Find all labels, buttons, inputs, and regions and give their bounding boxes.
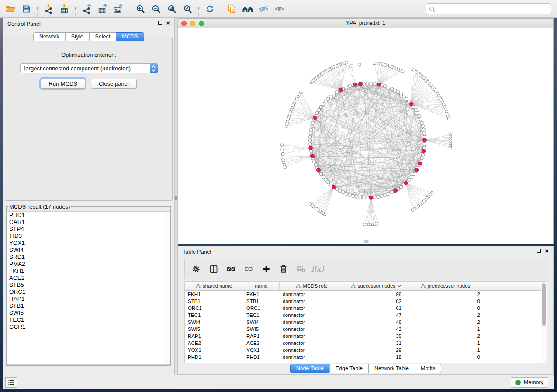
divider-handle-icon[interactable] <box>175 196 177 200</box>
network-node[interactable] <box>408 178 411 182</box>
import-network-button[interactable] <box>41 2 56 16</box>
mcds-result-item[interactable]: STB1 <box>7 303 170 309</box>
dominator-node[interactable] <box>369 196 373 199</box>
split-view-button[interactable] <box>208 264 219 274</box>
network-node[interactable] <box>322 175 325 179</box>
tab-motifs[interactable]: Motifs <box>415 364 441 373</box>
mcds-result-item[interactable]: RAP1 <box>7 296 170 303</box>
dominator-node[interactable] <box>418 162 422 165</box>
network-node[interactable] <box>366 82 369 85</box>
network-node[interactable] <box>363 223 366 226</box>
dominator-node[interactable] <box>313 116 317 120</box>
table-scrollbar[interactable] <box>541 282 547 363</box>
network-node[interactable] <box>411 209 414 212</box>
window-zoom-icon[interactable] <box>199 21 204 26</box>
mcds-list-scrollbar[interactable] <box>164 212 170 364</box>
tab-mcds[interactable]: MCDS <box>116 32 144 41</box>
network-node[interactable] <box>281 148 284 151</box>
network-node[interactable] <box>310 125 314 128</box>
table-row[interactable]: SWI5SWI5connector431 <box>185 326 547 333</box>
network-node[interactable] <box>345 192 348 196</box>
network-node[interactable] <box>362 196 366 199</box>
float-panel-icon[interactable] <box>158 21 162 25</box>
network-node[interactable] <box>369 82 373 85</box>
dominator-node[interactable] <box>311 154 315 158</box>
table-row[interactable]: ACE2ACE2connector311 <box>185 340 547 347</box>
network-node[interactable] <box>420 121 424 125</box>
tab-edge-table[interactable]: Edge Table <box>329 364 369 373</box>
network-node[interactable] <box>348 193 352 197</box>
dominator-node[interactable] <box>317 168 321 172</box>
tab-style[interactable]: Style <box>65 32 90 41</box>
network-node[interactable] <box>423 142 426 146</box>
network-node[interactable] <box>324 178 328 182</box>
mcds-result-list[interactable]: PHD1CAR1STP4TID3YOX1SWI4SRD1PMA2FKH1ACE2… <box>7 211 170 365</box>
criterion-select[interactable]: largest connected component (undirected) <box>20 63 158 73</box>
network-graph[interactable] <box>178 28 553 244</box>
close-panel-icon[interactable]: × <box>166 21 170 25</box>
show-all-button[interactable] <box>271 2 287 16</box>
float-panel-icon[interactable] <box>537 249 541 253</box>
network-node[interactable] <box>373 196 377 199</box>
run-mcds-button[interactable]: Run MCDS <box>41 79 85 89</box>
network-node[interactable] <box>447 117 450 120</box>
dominator-node[interactable] <box>353 83 357 86</box>
dominator-node[interactable] <box>377 83 381 86</box>
network-node[interactable] <box>419 118 422 121</box>
column-header-MCDS-role[interactable]: MCDS role <box>280 282 344 290</box>
network-node[interactable] <box>327 97 330 101</box>
dominator-node[interactable] <box>423 138 427 142</box>
mcds-result-item[interactable]: TEC1 <box>7 316 170 323</box>
network-node[interactable] <box>373 82 377 86</box>
table-row[interactable]: YOX1YOX1connector291 <box>185 347 547 354</box>
table-row[interactable]: RAP1RAP1dominator352 <box>185 333 547 340</box>
network-node[interactable] <box>319 172 323 176</box>
network-node[interactable] <box>355 195 359 199</box>
network-node[interactable] <box>329 95 333 98</box>
tab-node-table[interactable]: Node Table <box>290 364 330 373</box>
network-node[interactable] <box>359 196 362 199</box>
network-node[interactable] <box>422 146 426 150</box>
table-row[interactable]: SWI4SWI4dominator462 <box>185 319 547 326</box>
table-row[interactable]: FKH1FKH1dominator962 <box>185 291 547 298</box>
delete-column-button[interactable] <box>278 264 289 274</box>
mcds-result-item[interactable]: ACE2 <box>7 275 170 282</box>
tab-network-table[interactable]: Network Table <box>368 364 415 373</box>
network-node[interactable] <box>352 194 355 198</box>
dominator-node[interactable] <box>409 102 413 106</box>
mcds-result-item[interactable]: SWI5 <box>7 309 170 316</box>
task-history-button[interactable] <box>5 377 17 388</box>
mcds-result-item[interactable]: ORC1 <box>7 289 170 296</box>
close-panel-icon[interactable]: × <box>545 249 549 253</box>
network-node[interactable] <box>405 97 408 101</box>
window-minimize-icon[interactable] <box>190 21 195 26</box>
network-node[interactable] <box>311 121 315 125</box>
mcds-result-item[interactable]: STB5 <box>7 282 170 289</box>
canvas-hscroll-thumb[interactable] <box>364 240 369 243</box>
network-node[interactable] <box>399 93 403 96</box>
network-node[interactable] <box>310 150 313 153</box>
network-node[interactable] <box>318 108 321 112</box>
network-node[interactable] <box>332 93 336 96</box>
tab-network[interactable]: Network <box>33 32 66 41</box>
close-panel-button[interactable]: Close panel <box>91 79 137 89</box>
mcds-result-item[interactable]: GCR1 <box>7 323 170 330</box>
dominator-node[interactable] <box>404 181 408 185</box>
mcds-result-item[interactable]: SWI4 <box>7 247 170 254</box>
network-node[interactable] <box>314 163 318 167</box>
network-node[interactable] <box>310 128 313 132</box>
function-builder-button[interactable]: f(x) <box>313 264 324 274</box>
network-node[interactable] <box>421 153 425 157</box>
network-node[interactable] <box>341 191 345 194</box>
mcds-result-item[interactable]: CAR1 <box>7 219 170 226</box>
network-node[interactable] <box>418 114 421 118</box>
refresh-button[interactable] <box>202 2 218 16</box>
export-network-button[interactable] <box>79 2 94 16</box>
network-node[interactable] <box>350 64 353 67</box>
network-node[interactable] <box>377 195 380 199</box>
network-node[interactable] <box>324 100 328 103</box>
network-node[interactable] <box>358 63 361 66</box>
network-node[interactable] <box>393 89 397 92</box>
export-image-button[interactable] <box>110 2 126 16</box>
zoom-selected-button[interactable] <box>180 2 195 16</box>
